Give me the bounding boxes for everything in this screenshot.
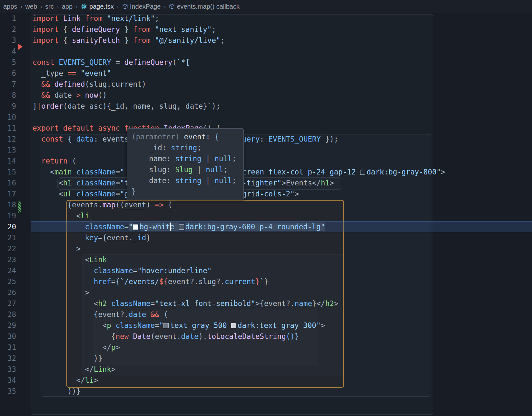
code-line-7[interactable]: && defined(slug.current) <box>33 79 445 90</box>
line-number-14[interactable]: 14 <box>0 155 16 166</box>
line-number-3[interactable]: 3 <box>0 35 16 46</box>
line-number-33[interactable]: 33 <box>0 364 16 375</box>
tooltip-line: slug: Slug | null; <box>132 164 239 175</box>
line-number-11[interactable]: 11 <box>0 123 16 134</box>
code-line-26[interactable]: > <box>33 287 445 298</box>
code-line-3[interactable]: import { sanityFetch } from "@/sanity/li… <box>33 35 445 46</box>
code-line-30[interactable]: {new Date(event.date).toLocaleDateString… <box>33 331 445 342</box>
breadcrumb-item-src[interactable]: src <box>45 3 54 10</box>
line-number-2[interactable]: 2 <box>0 24 16 35</box>
breadcrumb-separator: › <box>163 3 167 10</box>
text-cursor <box>170 223 171 231</box>
tooltip-line: } <box>132 186 239 197</box>
line-number-27[interactable]: 27 <box>0 298 16 309</box>
line-number-24[interactable]: 24 <box>0 265 16 276</box>
color-swatch <box>163 323 169 328</box>
breadcrumb-item-events-map-callback[interactable]: events.map() callback <box>169 3 240 10</box>
line-number-6[interactable]: 6 <box>0 68 16 79</box>
code-editor[interactable]: 1234567891011121314151617181920212223242… <box>0 13 532 416</box>
line-number-35[interactable]: 35 <box>0 386 16 397</box>
code-line-33[interactable]: </Link> <box>33 364 445 375</box>
code-line-18[interactable]: {events.map((event) => ( <box>33 199 445 210</box>
code-line-35[interactable]: ))} <box>33 386 445 397</box>
breadcrumb-separator: › <box>19 3 23 10</box>
code-line-10[interactable] <box>33 112 445 123</box>
code-line-22[interactable]: > <box>33 243 445 254</box>
code-line-32[interactable]: )} <box>33 353 445 364</box>
line-number-21[interactable]: 21 <box>0 232 16 243</box>
line-number-26[interactable]: 26 <box>0 287 16 298</box>
breadcrumb: apps›web›src›app›page.tsx›IndexPage›even… <box>0 0 532 13</box>
breadcrumb-label: apps <box>3 3 17 10</box>
tooltip-line: name: string | null; <box>132 153 239 164</box>
line-number-13[interactable]: 13 <box>0 144 16 155</box>
hover-tooltip: (parameter) event: { _id: string; name: … <box>127 128 244 200</box>
line-number-32[interactable]: 32 <box>0 353 16 364</box>
line-number-16[interactable]: 16 <box>0 177 16 188</box>
code-line-21[interactable]: key={event._id} <box>33 232 445 243</box>
code-area[interactable]: import Link from "next/link";import { de… <box>33 13 445 397</box>
code-line-5[interactable]: const EVENTS_QUERY = defineQuery(`*[ <box>33 57 445 68</box>
tooltip-line: (parameter) event: { <box>132 131 239 142</box>
line-number-15[interactable]: 15 <box>0 166 16 177</box>
line-number-28[interactable]: 28 <box>0 309 16 320</box>
code-line-34[interactable]: </li> <box>33 375 445 386</box>
line-number-8[interactable]: 8 <box>0 90 16 101</box>
line-number-23[interactable]: 23 <box>0 254 16 265</box>
breakpoint-arrow-marker <box>18 44 23 50</box>
breadcrumb-item-app[interactable]: app <box>62 3 73 10</box>
line-number-22[interactable]: 22 <box>0 243 16 254</box>
breadcrumb-label: app <box>62 3 73 10</box>
line-number-10[interactable]: 10 <box>0 112 16 123</box>
gutter[interactable]: 1234567891011121314151617181920212223242… <box>0 13 16 397</box>
breadcrumb-item-indexpage[interactable]: IndexPage <box>122 3 161 10</box>
line-number-18[interactable]: 18 <box>0 199 16 210</box>
code-line-8[interactable]: && date > now() <box>33 90 445 101</box>
code-line-9[interactable]: ]|order(date asc){_id, name, slug, date}… <box>33 101 445 112</box>
tooltip-line: _id: string; <box>132 142 239 153</box>
code-line-6[interactable]: _type == "event" <box>33 68 445 79</box>
line-number-19[interactable]: 19 <box>0 210 16 221</box>
breadcrumb-label: IndexPage <box>130 3 161 10</box>
line-number-30[interactable]: 30 <box>0 331 16 342</box>
breadcrumb-label: web <box>25 3 37 10</box>
breadcrumb-item-apps[interactable]: apps <box>3 3 17 10</box>
line-number-12[interactable]: 12 <box>0 134 16 144</box>
code-line-31[interactable]: </p> <box>33 342 445 353</box>
line-number-17[interactable]: 17 <box>0 188 16 199</box>
line-number-7[interactable]: 7 <box>0 79 16 90</box>
symbol-cube-icon <box>122 3 128 10</box>
code-line-25[interactable]: href={`/events/${event?.slug?.current}`} <box>33 276 445 287</box>
gutter-modified-indicator <box>18 202 21 213</box>
line-number-25[interactable]: 25 <box>0 276 16 287</box>
line-number-1[interactable]: 1 <box>0 13 16 24</box>
symbol-cube-icon <box>169 3 175 10</box>
code-line-1[interactable]: import Link from "next/link"; <box>33 13 445 24</box>
color-swatch <box>360 170 365 175</box>
code-line-19[interactable]: <li <box>33 210 445 221</box>
breadcrumb-item-page-tsx[interactable]: page.tsx <box>81 3 114 10</box>
breadcrumb-label: events.map() callback <box>177 3 240 10</box>
code-line-4[interactable] <box>33 46 445 57</box>
breadcrumb-separator: › <box>116 3 120 10</box>
line-number-29[interactable]: 29 <box>0 320 16 331</box>
react-icon <box>81 3 88 10</box>
code-line-2[interactable]: import { defineQuery } from "next-sanity… <box>33 24 445 35</box>
line-number-9[interactable]: 9 <box>0 101 16 112</box>
code-line-20[interactable]: className="bg-white dark:bg-gray-600 p-4… <box>33 221 445 232</box>
code-line-29[interactable]: <p className="text-gray-500 dark:text-gr… <box>33 320 445 331</box>
color-swatch <box>133 224 138 230</box>
line-number-20[interactable]: 20 <box>0 221 16 232</box>
breadcrumb-label: src <box>45 3 54 10</box>
line-number-34[interactable]: 34 <box>0 375 16 386</box>
breadcrumb-item-web[interactable]: web <box>25 3 37 10</box>
line-number-5[interactable]: 5 <box>0 57 16 68</box>
line-number-31[interactable]: 31 <box>0 342 16 353</box>
code-line-23[interactable]: <Link <box>33 254 445 265</box>
breadcrumb-label: page.tsx <box>89 3 114 10</box>
code-line-24[interactable]: className="hover:underline" <box>33 265 445 276</box>
code-line-27[interactable]: <h2 className="text-xl font-semibold">{e… <box>33 298 445 309</box>
code-line-28[interactable]: {event?.date && ( <box>33 309 445 320</box>
line-number-4[interactable]: 4 <box>0 46 16 57</box>
tooltip-body: (parameter) event: { _id: string; name: … <box>132 131 239 197</box>
